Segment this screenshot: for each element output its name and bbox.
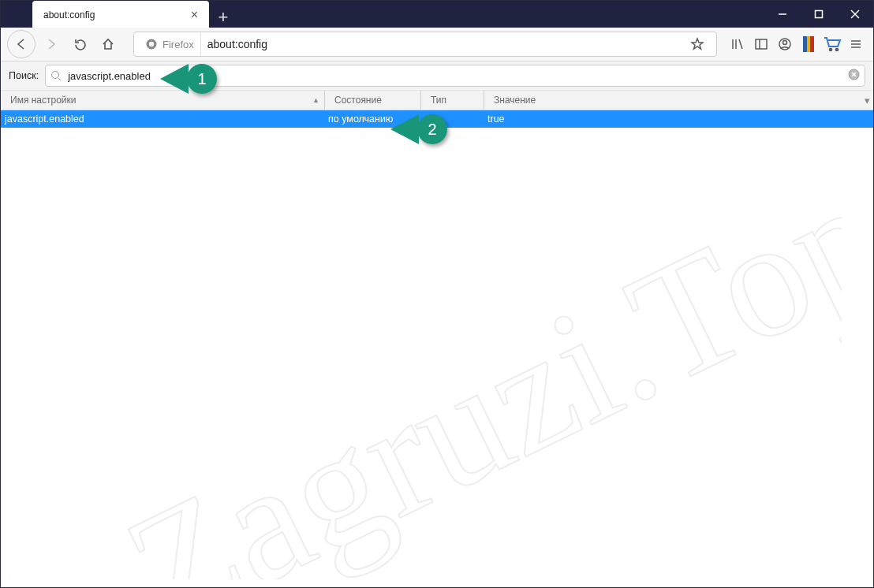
column-type[interactable]: Тип	[420, 91, 484, 110]
star-icon[interactable]	[686, 33, 708, 55]
home-button[interactable]	[95, 32, 121, 57]
svg-point-9	[783, 41, 787, 45]
menu-icon[interactable]	[845, 33, 867, 55]
tab-strip: about:config × +	[1, 1, 237, 28]
toolbar-right	[726, 33, 867, 55]
reload-button[interactable]	[67, 32, 92, 57]
column-name-label: Имя настройки	[10, 95, 77, 106]
column-picker-icon[interactable]: ▾	[865, 95, 870, 106]
annotation-2: 2	[417, 114, 447, 144]
svg-rect-1	[816, 11, 823, 18]
cell-name: javascript.enabled	[1, 114, 324, 125]
config-table-header: Имя настройки ▲ Состояние Тип Значение ▾	[1, 91, 873, 110]
search-icon	[50, 70, 62, 81]
address-bar[interactable]: Firefox about:config	[133, 32, 717, 57]
url-text[interactable]: about:config	[201, 38, 686, 50]
svg-point-15	[52, 72, 59, 79]
firefox-icon	[145, 38, 158, 50]
maximize-button[interactable]	[801, 1, 837, 28]
sort-asc-icon: ▲	[312, 96, 319, 104]
browser-tab[interactable]: about:config ×	[32, 1, 209, 28]
back-button[interactable]	[7, 30, 35, 58]
close-tab-icon[interactable]: ×	[188, 8, 201, 22]
clear-search-icon[interactable]	[848, 69, 860, 83]
svg-text:Zagruzi.Top: Zagruzi.Top	[99, 142, 842, 579]
column-status[interactable]: Состояние	[324, 91, 420, 110]
column-value[interactable]: Значение	[484, 91, 873, 110]
svg-point-5	[149, 42, 154, 47]
svg-rect-6	[756, 39, 767, 49]
titlebar: about:config × +	[1, 1, 873, 28]
close-window-button[interactable]	[837, 1, 873, 28]
identity-label: Firefox	[162, 39, 194, 50]
column-status-label: Состояние	[334, 95, 382, 106]
minimize-button[interactable]	[764, 1, 801, 28]
svg-line-16	[58, 78, 61, 80]
bookmark-icon[interactable]	[797, 33, 820, 55]
identity-block[interactable]: Firefox	[139, 32, 201, 56]
cell-value: true	[484, 114, 873, 125]
window-controls	[764, 1, 873, 28]
tab-title: about:config	[43, 9, 188, 20]
svg-point-11	[835, 48, 838, 50]
forward-button[interactable]	[39, 32, 64, 57]
nav-toolbar: Firefox about:config	[1, 28, 873, 61]
column-type-label: Тип	[431, 95, 446, 106]
account-icon[interactable]	[774, 33, 796, 55]
config-search-label: Поиск:	[9, 70, 39, 81]
sidebar-icon[interactable]	[750, 33, 772, 55]
svg-point-10	[829, 48, 831, 50]
cart-icon[interactable]	[821, 33, 843, 55]
config-search-bar: Поиск:	[1, 61, 873, 91]
column-value-label: Значение	[494, 95, 536, 106]
annotation-1: 1	[187, 64, 217, 94]
library-icon[interactable]	[726, 33, 749, 55]
watermark: Zagruzi.Top	[32, 103, 842, 579]
new-tab-button[interactable]: +	[209, 7, 237, 28]
